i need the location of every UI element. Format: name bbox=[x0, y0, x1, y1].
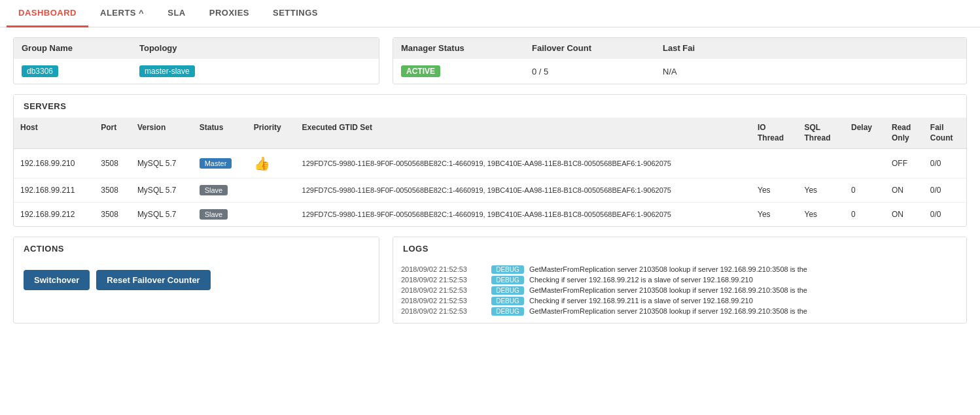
last-fail-header: Last Fai bbox=[663, 43, 958, 53]
cell-read-only: ON bbox=[885, 203, 924, 227]
reset-failover-button[interactable]: Reset Failover Counter bbox=[96, 270, 210, 290]
cell-priority: 👍 bbox=[247, 149, 296, 178]
cell-status: Master bbox=[193, 149, 247, 178]
cell-delay bbox=[845, 149, 885, 178]
cell-fail-count: 0/0 bbox=[924, 203, 966, 227]
servers-title: SERVERS bbox=[14, 95, 966, 118]
log-time: 2018/09/02 21:52:53 bbox=[401, 265, 486, 273]
cell-host: 192.168.99.210 bbox=[14, 149, 94, 178]
nav-item-settings[interactable]: SETTINGS bbox=[261, 0, 330, 27]
cell-sql-thread: Yes bbox=[798, 178, 845, 203]
group-name-header: Group Name bbox=[22, 43, 139, 53]
log-message: GetMasterFromReplication server 2103508 … bbox=[529, 286, 807, 294]
switchover-button[interactable]: Switchover bbox=[24, 270, 90, 290]
server-row-2: 192.168.99.212 3508 MySQL 5.7 Slave 129F… bbox=[14, 203, 966, 227]
log-message: GetMasterFromReplication server 2103508 … bbox=[529, 307, 807, 315]
log-message: Checking if server 192.168.99.211 is a s… bbox=[529, 297, 753, 305]
cell-read-only: OFF bbox=[885, 149, 924, 178]
nav-item-proxies[interactable]: PROXIES bbox=[198, 0, 261, 27]
cell-status: Slave bbox=[193, 178, 247, 203]
log-entry-1: 2018/09/02 21:52:53 DEBUG Checking if se… bbox=[401, 276, 958, 284]
actions-title: ACTIONS bbox=[14, 237, 379, 260]
cell-gtid: 129FD7C5-9980-11E8-9F0F-0050568BE82C:1-4… bbox=[296, 203, 751, 227]
th-version: Version bbox=[131, 118, 193, 149]
log-time: 2018/09/02 21:52:53 bbox=[401, 297, 486, 305]
th-delay: Delay bbox=[845, 118, 885, 149]
log-level-badge: DEBUG bbox=[491, 265, 524, 274]
cell-version: MySQL 5.7 bbox=[131, 149, 193, 178]
th-port: Port bbox=[94, 118, 131, 149]
log-entry-2: 2018/09/02 21:52:53 DEBUG GetMasterFromR… bbox=[401, 286, 958, 295]
manager-status-cell: ACTIVE bbox=[401, 65, 532, 77]
cell-sql-thread: Yes bbox=[798, 203, 845, 227]
status-badge-slave: Slave bbox=[200, 209, 228, 220]
log-entry-4: 2018/09/02 21:52:53 DEBUG GetMasterFromR… bbox=[401, 307, 958, 316]
log-entry-0: 2018/09/02 21:52:53 DEBUG GetMasterFromR… bbox=[401, 265, 958, 274]
log-time: 2018/09/02 21:52:53 bbox=[401, 286, 486, 294]
cell-fail-count: 0/0 bbox=[924, 178, 966, 203]
cell-read-only: ON bbox=[885, 178, 924, 203]
cell-port: 3508 bbox=[94, 203, 131, 227]
cell-gtid: 129FD7C5-9980-11E8-9F0F-0050568BE82C:1-4… bbox=[296, 149, 751, 178]
server-row-1: 192.168.99.211 3508 MySQL 5.7 Slave 129F… bbox=[14, 178, 966, 203]
log-time: 2018/09/02 21:52:53 bbox=[401, 307, 486, 315]
group-badge[interactable]: db3306 bbox=[22, 65, 58, 77]
log-message: GetMasterFromReplication server 2103508 … bbox=[529, 265, 807, 273]
actions-panel: ACTIONS Switchover Reset Failover Counte… bbox=[13, 237, 379, 324]
failover-count-header: Failover Count bbox=[532, 43, 663, 53]
th-host: Host bbox=[14, 118, 94, 149]
cell-priority bbox=[247, 203, 296, 227]
cell-io-thread bbox=[751, 149, 798, 178]
nav-item-alerts[interactable]: ALERTS ^ bbox=[88, 0, 156, 27]
cell-version: MySQL 5.7 bbox=[131, 203, 193, 227]
status-badge-slave: Slave bbox=[200, 185, 228, 195]
cell-version: MySQL 5.7 bbox=[131, 178, 193, 203]
topology-cell: master-slave bbox=[139, 65, 371, 77]
log-level-badge: DEBUG bbox=[491, 297, 524, 305]
th-sql-thread: SQLThread bbox=[798, 118, 845, 149]
cell-io-thread: Yes bbox=[751, 203, 798, 227]
cell-port: 3508 bbox=[94, 178, 131, 203]
nav-item-dashboard[interactable]: DASHBOARD bbox=[7, 0, 88, 27]
cell-gtid: 129FD7C5-9980-11E8-9F0F-0050568BE82C:1-4… bbox=[296, 178, 751, 203]
th-gtid: Executed GTID Set bbox=[296, 118, 751, 149]
cell-host: 192.168.99.212 bbox=[14, 203, 94, 227]
log-message: Checking if server 192.168.99.212 is a s… bbox=[529, 276, 753, 284]
cell-delay: 0 bbox=[845, 203, 885, 227]
server-row-0: 192.168.99.210 3508 MySQL 5.7 Master 👍 1… bbox=[14, 149, 966, 178]
th-status: Status bbox=[193, 118, 247, 149]
th-priority: Priority bbox=[247, 118, 296, 149]
group-name-cell: db3306 bbox=[22, 65, 139, 77]
active-badge: ACTIVE bbox=[401, 65, 440, 77]
logs-title: LOGS bbox=[393, 237, 966, 260]
th-read-only: ReadOnly bbox=[885, 118, 924, 149]
servers-panel: SERVERS Host Port Version Status Priorit… bbox=[13, 94, 967, 227]
th-io-thread: IOThread bbox=[751, 118, 798, 149]
manager-status-panel: Manager Status Failover Count Last Fai A… bbox=[393, 37, 967, 84]
cell-status: Slave bbox=[193, 203, 247, 227]
log-level-badge: DEBUG bbox=[491, 276, 524, 284]
topology-header: Topology bbox=[139, 43, 371, 53]
nav-item-sla[interactable]: SLA bbox=[156, 0, 198, 27]
th-fail-count: FailCount bbox=[924, 118, 966, 149]
log-level-badge: DEBUG bbox=[491, 286, 524, 295]
topology-badge[interactable]: master-slave bbox=[139, 65, 195, 77]
cell-delay: 0 bbox=[845, 178, 885, 203]
logs-panel: LOGS 2018/09/02 21:52:53 DEBUG GetMaster… bbox=[393, 237, 967, 324]
log-level-badge: DEBUG bbox=[491, 307, 524, 316]
log-time: 2018/09/02 21:52:53 bbox=[401, 276, 486, 284]
log-entry-3: 2018/09/02 21:52:53 DEBUG Checking if se… bbox=[401, 297, 958, 305]
priority-thumb-icon: 👍 bbox=[254, 156, 270, 171]
status-badge-master: Master bbox=[200, 158, 232, 169]
cell-io-thread: Yes bbox=[751, 178, 798, 203]
cell-port: 3508 bbox=[94, 149, 131, 178]
cell-priority bbox=[247, 178, 296, 203]
main-nav: DASHBOARDALERTS ^SLAPROXIESSETTINGS bbox=[0, 0, 980, 27]
servers-table: Host Port Version Status Priority Execut… bbox=[14, 118, 966, 226]
group-topology-panel: Group Name Topology db3306 master-slave bbox=[13, 37, 379, 84]
failover-count-cell: 0 / 5 bbox=[532, 67, 663, 76]
last-fail-cell: N/A bbox=[663, 67, 958, 76]
cell-fail-count: 0/0 bbox=[924, 149, 966, 178]
cell-host: 192.168.99.211 bbox=[14, 178, 94, 203]
manager-status-header: Manager Status bbox=[401, 43, 532, 53]
